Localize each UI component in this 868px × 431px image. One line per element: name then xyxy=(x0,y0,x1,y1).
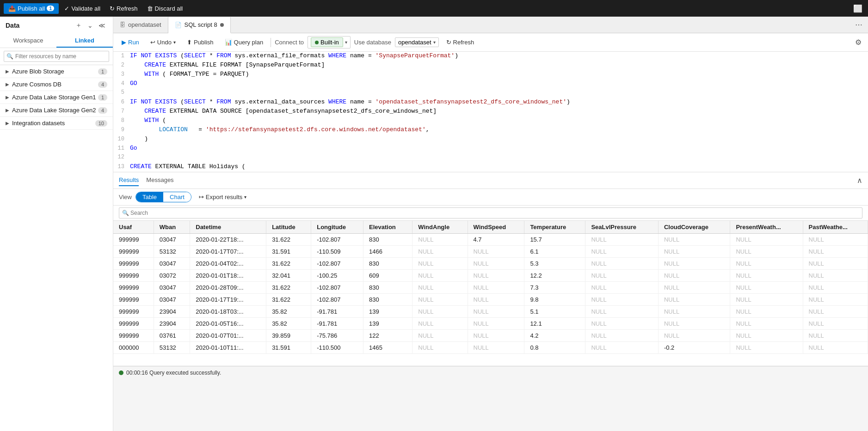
sidebar-item-label: Azure Data Lake Storage Gen1 xyxy=(12,94,96,101)
col-header-temperature[interactable]: Temperature xyxy=(524,221,585,234)
sidebar-item-count: 4 xyxy=(98,107,107,114)
connect-to-dropdown[interactable]: Built-in ▾ xyxy=(308,36,351,49)
table-cell: NULL xyxy=(730,270,803,282)
sidebar-item-count: 1 xyxy=(98,68,107,75)
table-row: 999999239042020-01-18T03:...35.82-91.781… xyxy=(113,306,868,318)
discard-all-button[interactable]: 🗑 Discard all xyxy=(143,3,187,14)
refresh-editor-button[interactable]: ↻ Refresh xyxy=(443,37,478,48)
results-tab-results[interactable]: Results xyxy=(119,175,139,186)
table-row: 999999030722020-01-01T18:...32.041-100.2… xyxy=(113,270,868,282)
code-editor[interactable]: 1 IF NOT EXISTS (SELECT * FROM sys.exter… xyxy=(113,52,868,172)
table-cell: NULL xyxy=(585,318,658,330)
table-cell: NULL xyxy=(730,330,803,342)
table-cell: 53132 xyxy=(154,342,190,354)
sidebar-item-adls-gen2[interactable]: ▶ Azure Data Lake Storage Gen2 4 xyxy=(0,104,113,117)
table-cell: -110.509 xyxy=(311,246,363,258)
code-line-2: 2 CREATE EXTERNAL FILE FORMAT [SynapsePa… xyxy=(113,61,868,70)
table-cell: 39.859 xyxy=(266,330,311,342)
table-cell: 31.622 xyxy=(266,234,311,246)
code-line-3: 3 WITH ( FORMAT_TYPE = PARQUET) xyxy=(113,70,868,79)
table-cell: 5.1 xyxy=(524,306,585,318)
validate-all-button[interactable]: ✓ Validate all xyxy=(61,3,104,14)
table-row: 999999239042020-01-05T16:...35.82-91.781… xyxy=(113,318,868,330)
col-header-datetime[interactable]: Datetime xyxy=(190,221,266,234)
col-header-longitude[interactable]: Longitude xyxy=(311,221,363,234)
tab-opendataset[interactable]: 🗄 opendataset xyxy=(113,17,168,33)
more-tabs-button[interactable]: ⋯ xyxy=(853,18,864,31)
col-header-usaf[interactable]: Usaf xyxy=(113,221,154,234)
publish-all-button[interactable]: 📤 Publish all 1 xyxy=(4,3,59,14)
refresh-button-top[interactable]: ↻ Refresh xyxy=(106,3,142,14)
col-header-windangle[interactable]: WindAngle xyxy=(412,221,468,234)
data-table-wrap[interactable]: Usaf Wban Datetime Latitude Longitude El… xyxy=(113,221,868,366)
sidebar: Data ＋ ⌄ ≪ Workspace Linked 🔍 xyxy=(0,17,113,431)
table-row: 999999037612020-01-07T01:...39.859-75.78… xyxy=(113,330,868,342)
publish-badge: 1 xyxy=(47,6,54,11)
table-cell: NULL xyxy=(658,330,730,342)
code-line-1: 1 IF NOT EXISTS (SELECT * FROM sys.exter… xyxy=(113,52,868,61)
table-cell: 139 xyxy=(363,306,412,318)
filter-resources-input[interactable] xyxy=(4,51,109,62)
refresh-label: Refresh xyxy=(117,5,138,12)
table-cell: NULL xyxy=(803,318,868,330)
results-tab-messages[interactable]: Messages xyxy=(146,175,173,186)
sidebar-item-integration-datasets[interactable]: ▶ Integration datasets 10 xyxy=(0,117,113,130)
table-cell: 03761 xyxy=(154,330,190,342)
table-cell: -100.25 xyxy=(311,270,363,282)
col-header-latitude[interactable]: Latitude xyxy=(266,221,311,234)
table-cell: -0.2 xyxy=(658,342,730,354)
table-cell: 999999 xyxy=(113,294,154,306)
col-header-wban[interactable]: Wban xyxy=(154,221,190,234)
table-cell: 35.82 xyxy=(266,318,311,330)
search-icon: 🔍 xyxy=(122,210,129,216)
add-button[interactable]: ＋ xyxy=(74,20,84,30)
table-cell: 999999 xyxy=(113,270,154,282)
col-header-sealvlpressure[interactable]: SeaLvlPressure xyxy=(585,221,658,234)
sidebar-item-adls-gen1[interactable]: ▶ Azure Data Lake Storage Gen1 1 xyxy=(0,91,113,104)
col-header-pastweath[interactable]: PastWeathe... xyxy=(803,221,868,234)
table-cell: 830 xyxy=(363,258,412,270)
view-table-button[interactable]: Table xyxy=(136,192,163,202)
sidebar-item-azure-blob[interactable]: ▶ Azure Blob Storage 1 xyxy=(0,65,113,78)
publish-button[interactable]: ⬆ Publish xyxy=(183,37,217,48)
run-button[interactable]: ▶ Run xyxy=(118,37,143,48)
table-cell: NULL xyxy=(468,282,524,294)
table-cell: NULL xyxy=(658,246,730,258)
sidebar-tabs: Workspace Linked xyxy=(0,34,113,48)
table-cell: 139 xyxy=(363,318,412,330)
table-cell: NULL xyxy=(468,306,524,318)
collapse-panel-button[interactable]: ⬜ xyxy=(851,2,864,15)
collapse-sidebar-button[interactable]: ≪ xyxy=(97,20,107,30)
table-cell: -102.807 xyxy=(311,234,363,246)
sidebar-item-label: Azure Cosmos DB xyxy=(12,81,62,88)
col-header-elevation[interactable]: Elevation xyxy=(363,221,412,234)
col-header-cloudcoverage[interactable]: CloudCoverage xyxy=(658,221,730,234)
separator xyxy=(271,38,271,47)
chevron-down-icon: ▾ xyxy=(173,40,176,45)
results-search-input[interactable] xyxy=(119,207,862,219)
tab-workspace[interactable]: Workspace xyxy=(0,34,56,48)
query-plan-button[interactable]: 📊 Query plan xyxy=(221,37,267,48)
table-cell: -75.786 xyxy=(311,330,363,342)
table-cell: NULL xyxy=(468,246,524,258)
collapse-results-button[interactable]: ∧ xyxy=(857,176,862,185)
table-cell: 53132 xyxy=(154,246,190,258)
settings-icon[interactable]: ⚙ xyxy=(853,36,863,49)
table-cell: NULL xyxy=(730,306,803,318)
trash-icon: 🗑 xyxy=(147,5,153,12)
sidebar-item-cosmos-db[interactable]: ▶ Azure Cosmos DB 4 xyxy=(0,78,113,91)
table-cell: -102.807 xyxy=(311,294,363,306)
results-panel: Results Messages ∧ View Table Chart xyxy=(113,172,868,366)
undo-button[interactable]: ↩ Undo ▾ xyxy=(147,37,179,48)
sort-button[interactable]: ⌄ xyxy=(86,20,95,30)
tab-linked[interactable]: Linked xyxy=(56,34,113,48)
export-results-button[interactable]: ↦ Export results ▾ xyxy=(195,192,250,202)
view-chart-button[interactable]: Chart xyxy=(163,192,191,202)
database-dropdown[interactable]: opendataset ▾ xyxy=(395,37,439,47)
table-cell: NULL xyxy=(468,318,524,330)
table-cell: 999999 xyxy=(113,258,154,270)
data-table: Usaf Wban Datetime Latitude Longitude El… xyxy=(113,221,868,354)
col-header-windspeed[interactable]: WindSpeed xyxy=(468,221,524,234)
col-header-presentweath[interactable]: PresentWeath... xyxy=(730,221,803,234)
tab-sqlscript8[interactable]: 📄 SQL script 8 xyxy=(168,17,231,33)
